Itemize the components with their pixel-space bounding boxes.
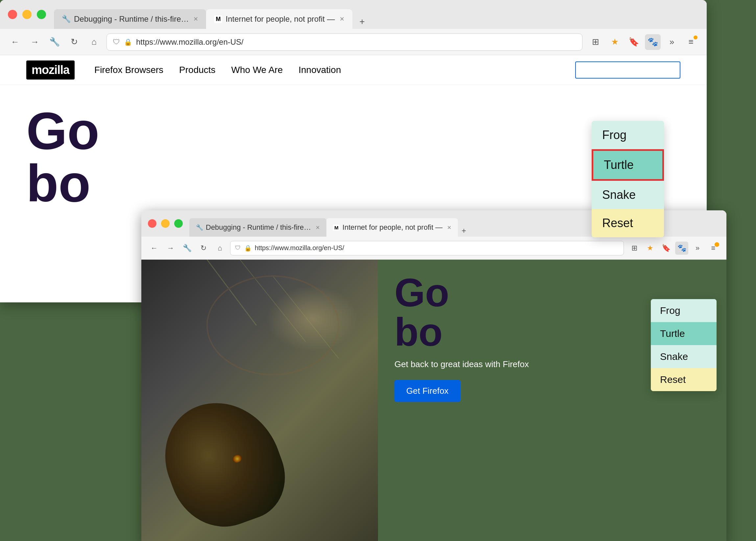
wrench-nav-icon: 🔧 [49, 37, 60, 47]
inner-forward-button[interactable]: → [164, 242, 177, 255]
outer-dropdown-menu: Frog Turtle Snake Reset [592, 121, 664, 237]
inner-tab-debugging-label: Debugging - Runtime / this-fire… [206, 223, 311, 232]
nav-link-innovation[interactable]: Innovation [299, 65, 341, 75]
shield-icon: 🛡 [113, 38, 120, 46]
outer-close-button[interactable] [8, 10, 17, 19]
inner-website-content: Go bo Get back to great ideas with Firef… [141, 260, 726, 541]
outer-dropdown-item-snake[interactable]: Snake [592, 181, 664, 209]
svg-line-1 [240, 260, 306, 342]
inner-back-button[interactable]: ← [148, 242, 160, 255]
nav-link-who-we-are[interactable]: Who We Are [232, 65, 283, 75]
outer-tab-debugging-close[interactable]: ✕ [193, 15, 198, 23]
inner-star-icon-button[interactable]: ★ [644, 242, 657, 255]
outer-tab-debugging[interactable]: 🔧 Debugging - Runtime / this-fire… ✕ [54, 9, 206, 29]
outer-dropdown-item-turtle[interactable]: Turtle [592, 149, 664, 181]
outer-dropdown-item-reset[interactable]: Reset [592, 209, 664, 237]
outer-tab-mozilla-label: Internet for people, not profit — [226, 14, 335, 24]
inner-nav-bar: ← → 🔧 ↻ ⌂ 🛡 🔒 https://www.mozilla.org/en… [141, 237, 726, 260]
outer-maximize-button[interactable] [37, 10, 46, 19]
mozilla-search-input[interactable] [575, 62, 680, 79]
mozilla-logo: mozilla [26, 61, 75, 80]
inner-lock-icon: 🔒 [244, 245, 252, 252]
inner-url-bar[interactable]: 🛡 🔒 https://www.mozilla.org/en-US/ [230, 241, 624, 256]
outer-back-button[interactable]: ← [8, 35, 22, 49]
inner-minimize-button[interactable] [161, 219, 170, 228]
inner-hero-body-text: Get back to great ideas with Firefox [394, 359, 529, 369]
inner-home-button[interactable]: ⌂ [214, 242, 226, 255]
bookmark-icon-button[interactable]: 🔖 [626, 34, 642, 50]
back-icon: ← [11, 37, 19, 47]
inner-mozilla-tab-icon: M [333, 225, 340, 231]
turtle-texture [141, 260, 378, 541]
inner-wrench-icon: 🔧 [196, 224, 203, 231]
inner-tab-debugging[interactable]: 🔧 Debugging - Runtime / this-fire… ✕ [189, 218, 327, 237]
outer-forward-button[interactable]: → [28, 35, 42, 49]
inner-tab-mozilla-label: Internet for people, not profit — [343, 223, 443, 232]
outer-tab-mozilla[interactable]: M Internet for people, not profit — ✕ [206, 9, 352, 29]
outer-traffic-lights [8, 10, 46, 19]
outer-home-button[interactable]: ⌂ [87, 35, 101, 49]
inner-refresh-button[interactable]: ↻ [197, 242, 210, 255]
outer-nav-bar: ← → 🔧 ↻ ⌂ 🛡 🔒 https://www.mozilla.org/en… [0, 29, 707, 55]
inner-wrench-button[interactable]: 🔧 [181, 242, 193, 255]
star-icon-button[interactable]: ★ [607, 34, 622, 50]
refresh-icon: ↻ [71, 37, 78, 47]
outer-nav-icons-right: ⊞ ★ 🔖 🐾 » ≡ [588, 34, 699, 50]
outer-url-bar[interactable]: 🛡 🔒 https://www.mozilla.org/en-US/ [107, 34, 582, 51]
outer-new-tab-button[interactable]: + [355, 14, 370, 29]
lock-icon: 🔒 [124, 38, 132, 46]
inner-menu-icon-button[interactable]: ≡ [707, 242, 720, 255]
svg-point-3 [207, 276, 339, 375]
more-icons-button[interactable]: » [664, 34, 680, 50]
inner-tab-mozilla[interactable]: M Internet for people, not profit — ✕ [327, 218, 458, 237]
grid-icon-button[interactable]: ⊞ [588, 34, 603, 50]
mozilla-tab-icon: M [214, 15, 222, 23]
inner-shield-icon: 🛡 [235, 245, 241, 252]
inner-dropdown-item-snake[interactable]: Snake [651, 345, 717, 368]
inner-bookmark-icon-button[interactable]: 🔖 [659, 242, 672, 255]
inner-paw-icon-button[interactable]: 🐾 [675, 242, 688, 255]
inner-more-icons-button[interactable]: » [691, 242, 704, 255]
home-icon: ⌂ [91, 37, 97, 47]
inner-dropdown-item-turtle[interactable]: Turtle [651, 322, 717, 345]
inner-traffic-lights [148, 219, 183, 228]
inner-dropdown-item-reset[interactable]: Reset [651, 368, 717, 391]
mozilla-navbar: mozilla Firefox Browsers Products Who We… [0, 55, 707, 85]
inner-url-text: https://www.mozilla.org/en-US/ [255, 244, 344, 252]
inner-dropdown-item-frog[interactable]: Frog [651, 299, 717, 322]
hero-title-line2: bo [26, 157, 680, 210]
outer-wrench-button[interactable]: 🔧 [47, 35, 62, 49]
outer-title-bar: 🔧 Debugging - Runtime / this-fire… ✕ M I… [0, 0, 707, 29]
outer-dropdown-item-frog[interactable]: Frog [592, 121, 664, 149]
wrench-icon: 🔧 [62, 15, 71, 23]
menu-icon-button[interactable]: ≡ [683, 34, 699, 50]
mozilla-search-area [575, 62, 680, 79]
nav-link-products[interactable]: Products [179, 65, 216, 75]
svg-line-2 [273, 276, 339, 358]
hero-title: Go bo [26, 105, 680, 210]
inner-nav-icons-right: ⊞ ★ 🔖 🐾 » ≡ [628, 242, 720, 255]
inner-dropdown-menu: Frog Turtle Snake Reset [651, 299, 717, 391]
outer-minimize-button[interactable] [22, 10, 32, 19]
inner-browser-window: 🔧 Debugging - Runtime / this-fire… ✕ M I… [141, 210, 726, 541]
inner-close-button[interactable] [148, 219, 157, 228]
outer-url-text: https://www.mozilla.org/en-US/ [136, 37, 244, 47]
inner-hero-body: Get back to great ideas with Firefox [394, 358, 592, 370]
hero-title-line1: Go [26, 105, 680, 157]
notification-badge [715, 242, 719, 247]
outer-tab-mozilla-close[interactable]: ✕ [340, 15, 345, 23]
inner-tab-mozilla-close[interactable]: ✕ [447, 225, 451, 231]
nav-link-firefox-browsers[interactable]: Firefox Browsers [94, 65, 163, 75]
svg-line-0 [207, 260, 256, 325]
paw-icon-button[interactable]: 🐾 [645, 34, 661, 50]
forward-icon: → [31, 37, 39, 47]
inner-new-tab-button[interactable]: + [458, 225, 470, 237]
outer-refresh-button[interactable]: ↻ [67, 35, 82, 49]
turtle-image [141, 260, 378, 541]
inner-tab-debugging-close[interactable]: ✕ [316, 225, 320, 231]
mozilla-nav-links: Firefox Browsers Products Who We Are Inn… [94, 65, 341, 75]
outer-tab-debugging-label: Debugging - Runtime / this-fire… [74, 14, 189, 24]
inner-cta-button[interactable]: Get Firefox [394, 380, 460, 402]
inner-maximize-button[interactable] [174, 219, 183, 228]
inner-grid-icon-button[interactable]: ⊞ [628, 242, 641, 255]
